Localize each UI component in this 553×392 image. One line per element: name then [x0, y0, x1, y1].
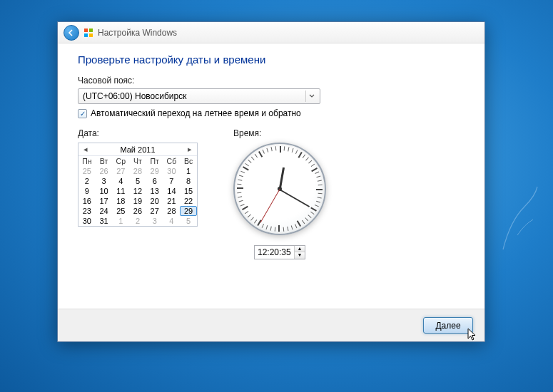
clock-hour-hand — [279, 167, 285, 190]
calendar-day[interactable]: 4 — [112, 176, 129, 186]
calendar[interactable]: ◂ Май 2011 ▸ ПнВтСрЧтПтСбВс 252627282930… — [78, 143, 198, 227]
dst-checkbox-label: Автоматический переход на летнее время и… — [91, 108, 301, 118]
calendar-day[interactable]: 14 — [163, 186, 181, 196]
calendar-dow: Вс — [180, 156, 197, 166]
calendar-dow: Чт — [129, 156, 146, 166]
time-input[interactable] — [255, 247, 294, 257]
calendar-day[interactable]: 21 — [163, 196, 181, 206]
calendar-day[interactable]: 25 — [112, 206, 129, 216]
dst-checkbox-row[interactable]: ✓ Автоматический переход на летнее время… — [78, 108, 465, 118]
calendar-day[interactable]: 30 — [163, 166, 181, 176]
calendar-day[interactable]: 22 — [180, 196, 197, 206]
calendar-day[interactable]: 16 — [78, 196, 96, 206]
calendar-day[interactable]: 30 — [78, 216, 96, 226]
calendar-day[interactable]: 3 — [146, 216, 163, 226]
calendar-day[interactable]: 31 — [96, 216, 113, 226]
calendar-day[interactable]: 7 — [163, 176, 181, 186]
date-column: Дата: ◂ Май 2011 ▸ ПнВтСрЧтПтСбВс 252627… — [78, 128, 198, 259]
calendar-day[interactable]: 17 — [96, 196, 113, 206]
svg-rect-3 — [89, 33, 93, 37]
time-spin-up[interactable]: ▲ — [295, 246, 305, 252]
calendar-day[interactable]: 20 — [146, 196, 163, 206]
calendar-day[interactable]: 3 — [96, 176, 113, 186]
back-arrow-icon — [68, 29, 75, 36]
analog-clock — [233, 143, 326, 235]
window-title: Настройка Windows — [98, 28, 177, 38]
time-spinner[interactable]: ▲ ▼ — [254, 245, 305, 259]
background-decoration — [496, 185, 539, 257]
calendar-dow: Вт — [96, 156, 113, 166]
clock-sec-hand — [260, 189, 280, 222]
calendar-dow: Сб — [163, 156, 181, 166]
time-column: Время: ▲ ▼ — [233, 128, 326, 259]
svg-rect-0 — [84, 29, 88, 32]
date-label: Дата: — [78, 128, 198, 138]
calendar-day[interactable]: 9 — [78, 186, 96, 196]
titlebar: Настройка Windows — [58, 22, 484, 43]
clock-min-hand — [280, 189, 310, 207]
calendar-day[interactable]: 23 — [78, 206, 96, 216]
calendar-day[interactable]: 11 — [112, 186, 129, 196]
content-area: Проверьте настройку даты и времени Часов… — [58, 43, 484, 309]
calendar-day[interactable]: 5 — [180, 216, 197, 226]
timezone-dropdown[interactable]: (UTC+06:00) Новосибирск — [78, 88, 320, 104]
calendar-day[interactable]: 26 — [129, 206, 146, 216]
timezone-label: Часовой пояс: — [78, 76, 465, 86]
calendar-dow: Пн — [78, 156, 96, 166]
calendar-day[interactable]: 1 — [180, 166, 197, 176]
calendar-day[interactable]: 5 — [129, 176, 146, 186]
time-label: Время: — [233, 128, 326, 138]
time-spin-down[interactable]: ▼ — [295, 252, 305, 259]
windows-flag-icon — [83, 28, 93, 38]
calendar-day[interactable]: 29 — [146, 166, 163, 176]
calendar-day[interactable]: 28 — [129, 166, 146, 176]
dialog-footer: Далее — [58, 309, 484, 341]
calendar-dow: Ср — [112, 156, 129, 166]
calendar-day[interactable]: 28 — [163, 206, 181, 216]
calendar-day[interactable]: 13 — [146, 186, 163, 196]
calendar-day[interactable]: 25 — [78, 166, 96, 176]
calendar-day[interactable]: 27 — [146, 206, 163, 216]
calendar-prev-button[interactable]: ◂ — [81, 145, 90, 154]
calendar-day[interactable]: 15 — [180, 186, 197, 196]
calendar-month-label[interactable]: Май 2011 — [120, 145, 155, 154]
svg-rect-1 — [89, 29, 93, 32]
setup-dialog: Настройка Windows Проверьте настройку да… — [57, 21, 485, 342]
calendar-day[interactable]: 2 — [78, 176, 96, 186]
calendar-day[interactable]: 29 — [180, 206, 197, 216]
calendar-day[interactable]: 26 — [96, 166, 113, 176]
back-button[interactable] — [64, 25, 79, 41]
calendar-day[interactable]: 24 — [96, 206, 113, 216]
calendar-day[interactable]: 1 — [112, 216, 129, 226]
dst-checkbox[interactable]: ✓ — [78, 109, 87, 118]
calendar-day[interactable]: 18 — [112, 196, 129, 206]
calendar-day[interactable]: 27 — [112, 166, 129, 176]
page-heading: Проверьте настройку даты и времени — [78, 53, 465, 66]
calendar-day[interactable]: 8 — [180, 176, 197, 186]
calendar-day[interactable]: 2 — [129, 216, 146, 226]
timezone-selected: (UTC+06:00) Новосибирск — [83, 91, 186, 101]
calendar-dow: Пт — [146, 156, 163, 166]
next-button[interactable]: Далее — [423, 317, 473, 334]
calendar-day[interactable]: 12 — [129, 186, 146, 196]
calendar-next-button[interactable]: ▸ — [186, 145, 194, 154]
calendar-day[interactable]: 6 — [146, 176, 163, 186]
chevron-down-icon — [305, 91, 317, 102]
calendar-day[interactable]: 19 — [129, 196, 146, 206]
svg-rect-2 — [84, 33, 88, 37]
calendar-day[interactable]: 4 — [163, 216, 181, 226]
calendar-day[interactable]: 10 — [96, 186, 113, 196]
